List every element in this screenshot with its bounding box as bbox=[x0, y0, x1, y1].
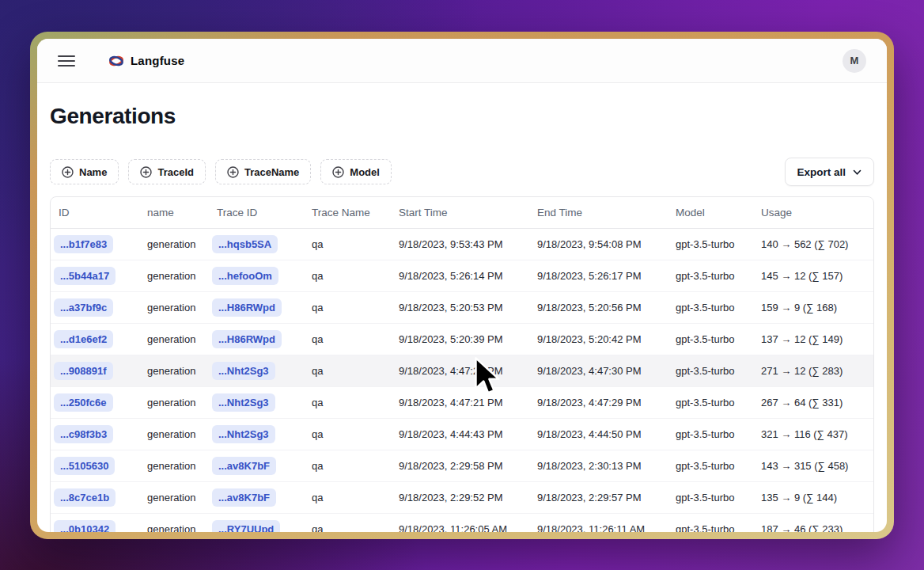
menu-icon[interactable] bbox=[58, 55, 75, 66]
cell-usage: 140 → 562 (∑ 702) bbox=[753, 238, 873, 250]
id-link[interactable]: ...8c7ce1b bbox=[54, 488, 116, 507]
langfuse-logo-icon bbox=[108, 55, 124, 67]
column-header-start-time[interactable]: Start Time bbox=[391, 207, 529, 218]
id-link[interactable]: ...a37bf9c bbox=[54, 298, 113, 317]
table-row[interactable]: ...908891f generation ...Nht2Sg3 qa 9/18… bbox=[51, 355, 873, 387]
cell-name: generation bbox=[139, 302, 209, 314]
table-row[interactable]: ...5105630 generation ...av8K7bF qa 9/18… bbox=[51, 450, 873, 482]
trace-id-link[interactable]: ...H86RWpd bbox=[212, 298, 282, 317]
trace-id-link[interactable]: ...Nht2Sg3 bbox=[212, 393, 275, 412]
table-row[interactable]: ...d1e6ef2 generation ...H86RWpd qa 9/18… bbox=[51, 324, 873, 355]
cell-name: generation bbox=[139, 397, 209, 408]
table-row[interactable]: ...5b44a17 generation ...hefooOm qa 9/18… bbox=[51, 260, 873, 292]
trace-id-link[interactable]: ...Nht2Sg3 bbox=[212, 425, 275, 443]
cell-id: ...c98f3b3 bbox=[51, 425, 139, 443]
trace-id-link[interactable]: ...H86RWpd bbox=[212, 330, 282, 348]
cell-end-time: 9/18/2023, 5:20:42 PM bbox=[529, 333, 668, 345]
cell-end-time: 9/18/2023, 5:26:17 PM bbox=[529, 270, 668, 282]
cell-id: ...8c7ce1b bbox=[51, 488, 139, 507]
cell-id: ...5b44a17 bbox=[51, 267, 139, 285]
column-header-model[interactable]: Model bbox=[668, 207, 753, 218]
cell-trace-name: qa bbox=[304, 523, 391, 532]
table-row[interactable]: ...0b10342 generation ...RY7UUpd qa 9/18… bbox=[51, 514, 873, 532]
id-link[interactable]: ...c98f3b3 bbox=[54, 425, 113, 443]
filter-traceid-button[interactable]: TraceId bbox=[128, 159, 206, 184]
cell-end-time: 9/18/2023, 11:26:11 AM bbox=[529, 523, 668, 532]
filter-name-button[interactable]: Name bbox=[50, 159, 119, 184]
cell-trace-id: ...hefooOm bbox=[209, 267, 304, 285]
trace-id-link[interactable]: ...RY7UUpd bbox=[212, 520, 280, 532]
trace-id-link[interactable]: ...hqsb5SA bbox=[212, 235, 278, 253]
cell-start-time: 9/18/2023, 5:26:14 PM bbox=[391, 270, 529, 282]
id-link[interactable]: ...d1e6ef2 bbox=[54, 330, 113, 348]
table-row[interactable]: ...b1f7e83 generation ...hqsb5SA qa 9/18… bbox=[51, 229, 873, 260]
cell-trace-id: ...RY7UUpd bbox=[209, 520, 304, 532]
filter-model-button[interactable]: Model bbox=[320, 159, 392, 184]
cell-start-time: 9/18/2023, 2:29:52 PM bbox=[391, 492, 529, 504]
cell-usage: 135 → 9 (∑ 144) bbox=[753, 492, 873, 504]
cell-trace-id: ...H86RWpd bbox=[209, 330, 304, 348]
export-all-button[interactable]: Export all bbox=[785, 158, 874, 186]
column-header-end-time[interactable]: End Time bbox=[529, 207, 668, 218]
cell-usage: 187 → 46 (∑ 233) bbox=[753, 523, 873, 532]
cell-model: gpt-3.5-turbo bbox=[668, 302, 753, 314]
column-header-trace-id[interactable]: Trace ID bbox=[209, 207, 304, 218]
cell-usage: 321 → 116 (∑ 437) bbox=[753, 428, 873, 440]
cell-usage: 137 → 12 (∑ 149) bbox=[753, 333, 873, 345]
cell-name: generation bbox=[139, 270, 209, 282]
cell-usage: 143 → 315 (∑ 458) bbox=[753, 460, 873, 472]
cell-id: ...a37bf9c bbox=[51, 298, 139, 317]
trace-id-link[interactable]: ...av8K7bF bbox=[212, 457, 276, 475]
cell-id: ...5105630 bbox=[51, 457, 139, 475]
cell-end-time: 9/18/2023, 2:30:13 PM bbox=[529, 460, 668, 472]
cell-start-time: 9/18/2023, 4:44:43 PM bbox=[391, 428, 529, 440]
cell-usage: 271 → 12 (∑ 283) bbox=[753, 365, 873, 377]
table-row[interactable]: ...c98f3b3 generation ...Nht2Sg3 qa 9/18… bbox=[51, 419, 873, 450]
trace-id-link[interactable]: ...Nht2Sg3 bbox=[212, 362, 275, 380]
cell-trace-id: ...Nht2Sg3 bbox=[209, 362, 304, 380]
cell-start-time: 9/18/2023, 5:20:39 PM bbox=[391, 333, 529, 345]
trace-id-link[interactable]: ...av8K7bF bbox=[212, 488, 276, 507]
cell-end-time: 9/18/2023, 4:47:29 PM bbox=[529, 397, 668, 408]
cell-start-time: 9/18/2023, 5:20:53 PM bbox=[391, 302, 529, 314]
cell-start-time: 9/18/2023, 11:26:05 AM bbox=[391, 523, 529, 532]
cell-name: generation bbox=[139, 365, 209, 377]
app-topbar: Langfuse M bbox=[37, 39, 887, 83]
table-row[interactable]: ...250fc6e generation ...Nht2Sg3 qa 9/18… bbox=[51, 387, 873, 419]
id-link[interactable]: ...b1f7e83 bbox=[54, 235, 113, 253]
cell-model: gpt-3.5-turbo bbox=[668, 238, 753, 250]
cell-end-time: 9/18/2023, 4:47:30 PM bbox=[529, 365, 668, 377]
cell-trace-id: ...av8K7bF bbox=[209, 457, 304, 475]
page-title: Generations bbox=[50, 104, 874, 129]
cell-trace-id: ...av8K7bF bbox=[209, 488, 304, 507]
trace-id-link[interactable]: ...hefooOm bbox=[212, 267, 278, 285]
id-link[interactable]: ...908891f bbox=[54, 362, 113, 380]
cell-model: gpt-3.5-turbo bbox=[668, 365, 753, 377]
user-avatar[interactable]: M bbox=[843, 49, 866, 73]
cell-start-time: 9/18/2023, 2:29:58 PM bbox=[391, 460, 529, 472]
brand[interactable]: Langfuse bbox=[108, 54, 184, 67]
brand-name: Langfuse bbox=[131, 54, 184, 67]
filter-tracename-button[interactable]: TraceName bbox=[215, 159, 311, 184]
filter-toolbar: Name TraceId TraceName bbox=[50, 158, 874, 186]
id-link[interactable]: ...5b44a17 bbox=[54, 267, 116, 285]
id-link[interactable]: ...5105630 bbox=[54, 457, 115, 475]
plus-circle-icon bbox=[332, 166, 344, 178]
cell-end-time: 9/18/2023, 5:20:56 PM bbox=[529, 302, 668, 314]
cell-model: gpt-3.5-turbo bbox=[668, 333, 753, 345]
id-link[interactable]: ...0b10342 bbox=[54, 520, 116, 532]
cell-name: generation bbox=[139, 238, 209, 250]
id-link[interactable]: ...250fc6e bbox=[54, 393, 113, 412]
cell-name: generation bbox=[139, 333, 209, 345]
column-header-trace-name[interactable]: Trace Name bbox=[304, 207, 391, 218]
table-row[interactable]: ...a37bf9c generation ...H86RWpd qa 9/18… bbox=[51, 292, 873, 324]
cell-name: generation bbox=[139, 492, 209, 504]
generations-table: ID name Trace ID Trace Name Start Time E… bbox=[50, 196, 874, 532]
cell-start-time: 9/18/2023, 9:53:43 PM bbox=[391, 238, 529, 250]
cell-trace-name: qa bbox=[304, 365, 391, 377]
column-header-id[interactable]: ID bbox=[51, 207, 139, 218]
column-header-usage[interactable]: Usage bbox=[753, 207, 873, 218]
cell-start-time: 9/18/2023, 4:47:23 PM bbox=[391, 365, 529, 377]
table-row[interactable]: ...8c7ce1b generation ...av8K7bF qa 9/18… bbox=[51, 482, 873, 514]
column-header-name[interactable]: name bbox=[139, 207, 209, 218]
